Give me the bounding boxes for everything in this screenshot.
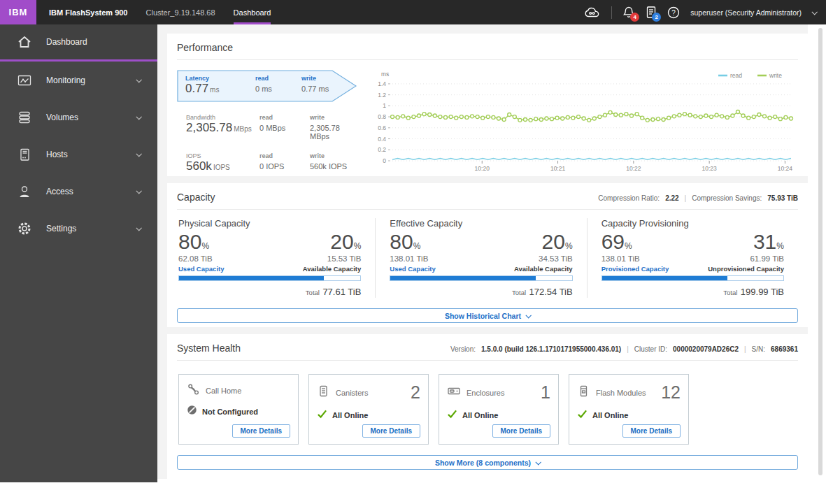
version-label: Version:	[450, 345, 476, 353]
system-health-section: System Health Version: 1.5.0.0 (build 12…	[167, 334, 808, 479]
sidebar-item-label: Volumes	[46, 113, 78, 122]
cluster-id-label: Cluster ID:	[634, 345, 667, 353]
iops-metric[interactable]: IOPS 560kIOPS read 0 IOPS write 560k IOP…	[177, 152, 367, 173]
used-percent: 80%	[390, 230, 420, 254]
capacity-provisioning-panel: Capacity Provisioning 69% 31% 138.01 TiB…	[587, 218, 798, 298]
card-status: All Online	[462, 411, 498, 419]
tasks-badge: 2	[652, 13, 661, 22]
available-amount: 34.53 TiB	[539, 254, 573, 263]
capacity-progress-fill	[179, 276, 324, 280]
cluster-name[interactable]: Cluster_9.19.148.68	[146, 0, 215, 24]
capacity-total: Total 199.99 TiB	[601, 285, 784, 298]
compression-ratio-value: 2.22	[665, 194, 678, 202]
svg-text:0: 0	[383, 157, 386, 164]
card-status: All Online	[332, 411, 368, 419]
serial-label: S/N:	[752, 345, 765, 353]
performance-section: Performance Latency 0.77ms read 0	[167, 34, 808, 176]
latency-chart-container: ms00.20.40.60.811.21.410:2010:2110:2210:…	[367, 69, 798, 178]
system-health-title: System Health	[177, 343, 241, 354]
meta-separator: |	[627, 345, 629, 353]
bandwidth-label: Bandwidth	[186, 114, 259, 121]
user-menu[interactable]: superuser (Security Administrator)	[690, 8, 802, 17]
compression-ratio-label: Compression Ratio:	[598, 194, 660, 202]
more-details-button[interactable]: More Details	[622, 424, 681, 438]
help-icon[interactable]: ?	[667, 6, 680, 19]
write-label: write	[310, 152, 360, 159]
chevron-down-icon	[526, 312, 532, 318]
used-capacity-link[interactable]: Used Capacity	[178, 265, 224, 273]
svg-text:1.2: 1.2	[378, 92, 386, 99]
read-value: 0 IOPS	[259, 162, 310, 171]
svg-text:10:21: 10:21	[550, 165, 566, 172]
svg-text:0.6: 0.6	[378, 124, 386, 131]
compression-meta: Compression Ratio: 2.22 | Compression Sa…	[598, 194, 798, 202]
not-configured-icon	[187, 405, 197, 418]
tab-dashboard[interactable]: Dashboard	[234, 0, 271, 24]
read-label: read	[255, 75, 301, 82]
notifications-bell-icon[interactable]: 4	[622, 6, 635, 19]
unprovisioned-amount: 61.99 TiB	[750, 254, 784, 263]
svg-text:10:24: 10:24	[778, 165, 793, 172]
cloud-icon[interactable]	[584, 6, 601, 19]
system-info-meta: Version: 1.5.0.0 (build 126.1.1710171955…	[450, 345, 798, 353]
show-historical-chart-button[interactable]: Show Historical Chart	[177, 308, 798, 323]
card-name: Enclosures	[467, 389, 504, 397]
divider	[177, 209, 798, 210]
provisioned-capacity-link[interactable]: Provisioned Capacity	[601, 265, 669, 273]
svg-text:0.2: 0.2	[378, 146, 386, 153]
latency-label: Latency	[185, 75, 255, 82]
bandwidth-unit: MBps	[234, 125, 252, 133]
home-icon	[17, 35, 35, 49]
capacity-total: Total 77.61 TiB	[178, 285, 361, 298]
card-count: 2	[411, 382, 420, 403]
bandwidth-metric[interactable]: Bandwidth 2,305.78MBps read 0 MBps write…	[177, 114, 367, 141]
capacity-panel-title: Physical Capacity	[178, 218, 361, 229]
read-label: read	[259, 152, 310, 159]
sidebar-item-hosts[interactable]: Hosts	[0, 136, 157, 173]
more-details-button[interactable]: More Details	[232, 424, 290, 438]
background-tasks-icon[interactable]: 2	[646, 6, 657, 19]
show-more-label: Show More (8 components)	[435, 459, 531, 467]
sidebar: Dashboard Monitoring Volumes	[0, 24, 157, 482]
sidebar-item-monitoring[interactable]: Monitoring	[0, 62, 157, 99]
show-more-components-button[interactable]: Show More (8 components)	[177, 455, 798, 470]
flash-module-icon	[577, 384, 590, 401]
sidebar-item-label: Monitoring	[46, 75, 85, 85]
physical-capacity-panel: Physical Capacity 80% 20% 62.08 TiB 15.5…	[177, 218, 375, 298]
access-icon	[17, 185, 35, 199]
serial-value: 6869361	[771, 345, 798, 353]
card-status: Not Configured	[202, 408, 258, 416]
unprovisioned-percent: 31%	[753, 230, 784, 254]
sidebar-item-label: Settings	[46, 224, 76, 233]
volumes-icon	[17, 110, 35, 124]
gear-icon	[17, 221, 35, 236]
enclosure-icon	[447, 384, 461, 401]
write-label: write	[301, 75, 348, 82]
phone-icon	[187, 382, 200, 398]
card-name: Flash Modules	[596, 389, 646, 397]
hosts-icon	[17, 147, 35, 161]
write-value: 2,305.78 MBps	[310, 124, 360, 141]
more-details-button[interactable]: More Details	[362, 424, 420, 438]
unprovisioned-capacity-label: Unprovisioned Capacity	[708, 265, 784, 273]
chevron-down-icon[interactable]	[811, 9, 817, 15]
sidebar-item-access[interactable]: Access	[0, 173, 157, 210]
svg-text:10:23: 10:23	[702, 165, 718, 172]
vertical-scrollbar[interactable]	[818, 28, 823, 475]
card-name: Call Home	[206, 387, 241, 395]
sidebar-item-dashboard[interactable]: Dashboard	[0, 24, 157, 62]
canisters-card: Canisters 2 All Online More Details	[308, 374, 429, 445]
call-home-card: Call Home Not Configured More Details	[178, 374, 299, 445]
sidebar-item-volumes[interactable]: Volumes	[0, 99, 157, 136]
check-icon	[577, 409, 588, 422]
sidebar-item-settings[interactable]: Settings	[0, 210, 157, 247]
more-details-button[interactable]: More Details	[492, 424, 550, 438]
used-capacity-link[interactable]: Used Capacity	[390, 265, 435, 273]
provisioned-percent: 69%	[601, 230, 632, 254]
write-value: 0.77 ms	[301, 85, 348, 93]
used-amount: 62.08 TiB	[178, 254, 213, 263]
write-value: 560k IOPS	[310, 162, 360, 171]
available-percent: 20%	[542, 230, 573, 254]
ibm-logo: IBM	[0, 0, 36, 24]
latency-metric-selected[interactable]: Latency 0.77ms read 0 ms write 0.77 ms	[177, 70, 357, 102]
